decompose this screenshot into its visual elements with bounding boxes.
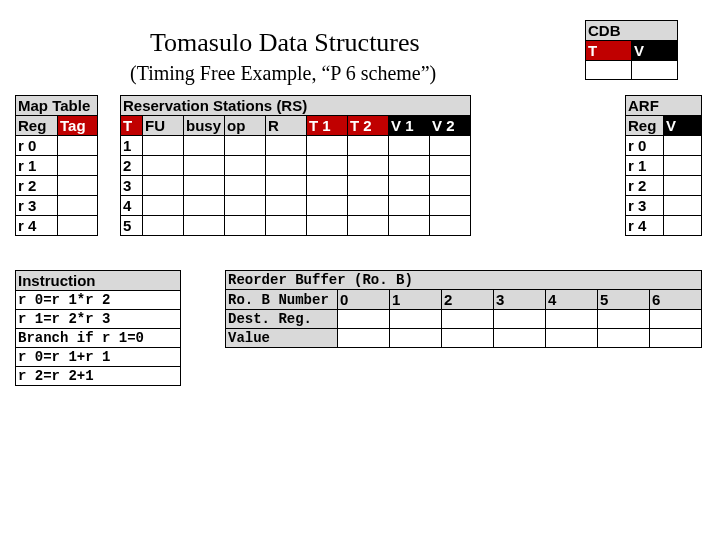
page-title: Tomasulo Data Structures: [150, 28, 420, 58]
table-row: r 4: [16, 216, 98, 236]
table-row: 3: [121, 176, 471, 196]
rs-col-t1: T 1: [307, 116, 348, 136]
rs-col-fu: FU: [143, 116, 184, 136]
cdb-v-cell: [632, 61, 678, 80]
cdb-table: CDB T V: [585, 20, 678, 80]
cdb-t-cell: [586, 61, 632, 80]
maptable-col-reg: Reg: [16, 116, 58, 136]
instr-title: Instruction: [16, 271, 181, 291]
table-row: 5: [121, 216, 471, 236]
rob-table: Reorder Buffer (Ro. B) Ro. B Number 0 1 …: [225, 270, 702, 348]
arf-title: ARF: [626, 96, 702, 116]
table-row: Branch if r 1=0: [16, 329, 181, 348]
table-row: 2: [121, 156, 471, 176]
rs-col-busy: busy: [184, 116, 225, 136]
rs-col-t: T: [121, 116, 143, 136]
cdb-col-v: V: [632, 41, 678, 61]
map-table: Map Table Reg Tag r 0 r 1 r 2 r 3 r 4: [15, 95, 98, 236]
rs-col-r: R: [266, 116, 307, 136]
instruction-table: Instruction r 0=r 1*r 2 r 1=r 2*r 3 Bran…: [15, 270, 181, 386]
rs-table: Reservation Stations (RS) T FU busy op R…: [120, 95, 471, 236]
page-subtitle: (Timing Free Example, “P 6 scheme”): [130, 62, 436, 85]
arf-col-reg: Reg: [626, 116, 664, 136]
table-row: r 3: [626, 196, 702, 216]
table-row: Ro. B Number 0 1 2 3 4 5 6: [226, 290, 702, 310]
table-row: Value: [226, 329, 702, 348]
table-row: r 0=r 1+r 1: [16, 348, 181, 367]
table-row: r 2=r 2+1: [16, 367, 181, 386]
table-row: r 0: [16, 136, 98, 156]
maptable-title: Map Table: [16, 96, 98, 116]
maptable-col-tag: Tag: [58, 116, 98, 136]
table-row: r 2: [16, 176, 98, 196]
table-row: r 1=r 2*r 3: [16, 310, 181, 329]
cdb-col-t: T: [586, 41, 632, 61]
table-row: r 1: [626, 156, 702, 176]
table-row: r 1: [16, 156, 98, 176]
rs-col-v1: V 1: [389, 116, 430, 136]
cdb-title: CDB: [586, 21, 678, 41]
table-row: r 0: [626, 136, 702, 156]
rs-title: Reservation Stations (RS): [121, 96, 471, 116]
rs-col-v2: V 2: [430, 116, 471, 136]
table-row: r 3: [16, 196, 98, 216]
table-row: 1: [121, 136, 471, 156]
table-row: r 2: [626, 176, 702, 196]
arf-table: ARF Reg V r 0 r 1 r 2 r 3 r 4: [625, 95, 702, 236]
table-row: 4: [121, 196, 471, 216]
arf-col-v: V: [664, 116, 702, 136]
rob-title: Reorder Buffer (Ro. B): [226, 271, 702, 290]
table-row: r 4: [626, 216, 702, 236]
table-row: r 0=r 1*r 2: [16, 291, 181, 310]
rs-col-op: op: [225, 116, 266, 136]
table-row: Dest. Reg.: [226, 310, 702, 329]
rs-col-t2: T 2: [348, 116, 389, 136]
